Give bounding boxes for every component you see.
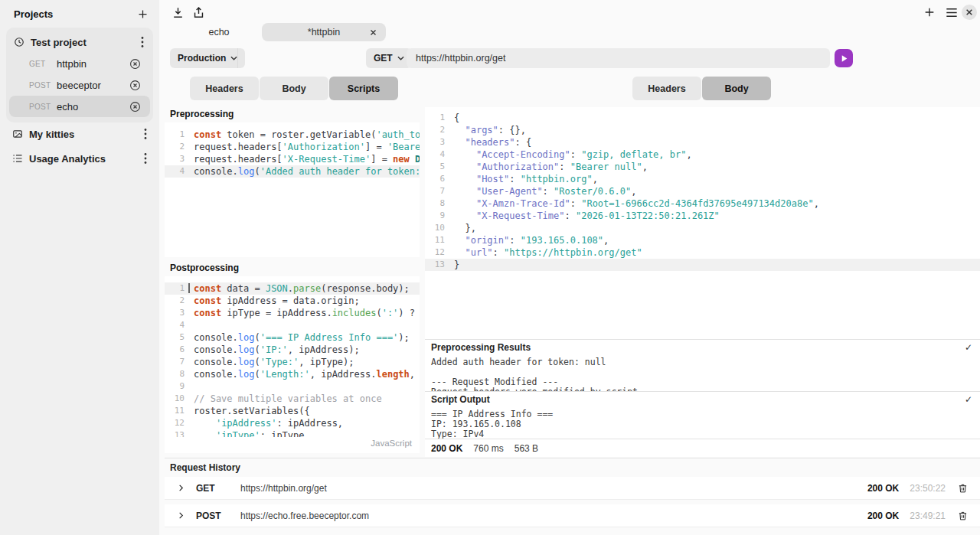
project-request-list: GEThttpbinPOSTbeeceptorPOSTecho	[6, 53, 153, 117]
code-line: 2request.headers['Authorization'] = 'Bea…	[165, 141, 420, 153]
response-tab-body[interactable]: Body	[702, 77, 771, 100]
request-tab-body[interactable]: Body	[260, 77, 328, 100]
sidebar-item-usage-analytics[interactable]: Usage Analytics	[0, 148, 159, 168]
export-button[interactable]	[191, 5, 207, 21]
remove-request-icon	[129, 58, 141, 70]
kebab-icon	[144, 128, 147, 140]
method-selector[interactable]: GET	[366, 48, 412, 68]
request-name: httpbin	[57, 58, 128, 70]
response-tab-headers[interactable]: Headers	[632, 77, 701, 100]
code-line: 3request.headers['X-Request-Time'] = new…	[165, 153, 420, 165]
remove-request-button[interactable]	[128, 99, 142, 114]
line-number: 12	[165, 417, 185, 429]
code-line: 10 },	[425, 222, 980, 234]
project-menu-button[interactable]	[139, 34, 145, 50]
line-number: 3	[165, 307, 185, 319]
project-header[interactable]: Test project	[6, 31, 153, 53]
remove-request-button[interactable]	[128, 57, 142, 71]
remove-request-button[interactable]	[128, 78, 142, 93]
delete-history-button[interactable]	[956, 509, 969, 523]
document-tab-httpbin[interactable]: *httpbin	[262, 23, 386, 41]
history-url: https://echo.free.beeceptor.com	[240, 511, 867, 521]
history-status: 200 OK	[867, 511, 899, 521]
response-size: 563 B	[514, 443, 538, 454]
play-icon	[840, 54, 848, 63]
code-line: 12 "url": "https://httpbin.org/get"	[425, 246, 980, 259]
sidebar-request-httpbin[interactable]: GEThttpbin	[9, 53, 150, 74]
request-tab-headers[interactable]: Headers	[190, 77, 259, 100]
request-name: beeceptor	[57, 80, 128, 91]
line-number: 2	[425, 124, 445, 136]
code-line: 1const data = JSON.parse(response.body);	[165, 282, 420, 295]
my-kitties-menu-button[interactable]	[142, 126, 149, 142]
code-line: 2 "args": {},	[425, 124, 980, 136]
sidebar-title: Projects	[14, 8, 53, 20]
request-history: Request History GEThttps://httpbin.org/g…	[165, 458, 980, 532]
sidebar: Projects Test project GEThttpbinPOSTbeec…	[0, 0, 159, 535]
add-project-button[interactable]	[136, 7, 150, 21]
line-number: 2	[165, 295, 185, 307]
image-icon	[12, 129, 23, 139]
sidebar-item-my-kitties[interactable]: My kitties	[0, 124, 159, 144]
remove-request-icon	[129, 101, 141, 113]
menu-button[interactable]	[944, 6, 959, 19]
line-number: 13	[165, 429, 185, 437]
kebab-icon	[141, 36, 144, 48]
success-check-icon: ✓	[965, 394, 972, 405]
request-panel-tabs: HeadersBodyScripts	[190, 77, 398, 100]
preprocessing-results-header[interactable]: Preprocessing Results ✓	[425, 339, 980, 354]
language-label: JavaScript	[371, 437, 412, 449]
chevron-down-icon	[397, 56, 404, 60]
script-output-content[interactable]: === IP Address Info === IP: 193.165.0.10…	[425, 406, 980, 439]
document-tabs: echo*httpbin	[182, 23, 386, 41]
history-row[interactable]: GEThttps://httpbin.org/get200 OK23:50:22	[165, 477, 980, 500]
postprocessing-editor[interactable]: 1const data = JSON.parse(response.body);…	[165, 276, 420, 453]
document-tab-echo[interactable]: echo	[182, 23, 256, 41]
line-number: 8	[165, 368, 185, 380]
chevron-right-icon	[177, 511, 185, 520]
response-body-viewer[interactable]: 1{2 "args": {},3 "headers": {4 "Accept-E…	[425, 107, 980, 339]
preprocessing-results-content[interactable]: Added auth header for token: null --- Re…	[425, 354, 980, 391]
code-line: 9 "X-Request-Time": "2026-01-13T22:50:21…	[425, 210, 980, 222]
url-input[interactable]	[407, 48, 830, 68]
send-button[interactable]	[835, 49, 853, 67]
sidebar-request-echo[interactable]: POSTecho	[9, 96, 150, 117]
code-line: 4 "Accept-Encoding": "gzip, deflate, br"…	[425, 148, 980, 161]
request-history-title: Request History	[165, 458, 980, 477]
delete-history-button[interactable]	[956, 481, 969, 495]
sidebar-request-beeceptor[interactable]: POSTbeeceptor	[9, 74, 150, 96]
line-number: 1	[165, 282, 185, 295]
code-line: 11roster.setVariables({	[165, 405, 420, 417]
chevron-down-icon	[230, 56, 237, 60]
close-icon	[965, 8, 973, 16]
trash-icon	[958, 511, 968, 521]
sidebar-item-label: My kitties	[29, 129, 142, 140]
line-number: 3	[425, 136, 445, 148]
code-line: 8console.log('Length:', ipAddress.length…	[165, 368, 420, 380]
expand-history-button[interactable]	[175, 482, 187, 494]
line-number: 5	[165, 331, 185, 344]
divider	[237, 48, 238, 68]
code-line: 3 "headers": {	[425, 136, 980, 148]
history-row[interactable]: POSThttps://echo.free.beeceptor.com200 O…	[165, 504, 980, 527]
remove-request-icon	[129, 80, 141, 91]
new-tab-button[interactable]	[922, 5, 937, 20]
code-line: 6 "Host": "httpbin.org",	[425, 173, 980, 185]
line-number: 9	[425, 210, 445, 222]
environment-selector[interactable]: Production	[170, 48, 245, 68]
import-button[interactable]	[170, 5, 186, 21]
download-icon	[172, 6, 185, 19]
preprocessing-editor[interactable]: 1const token = roster.getVariable('auth_…	[165, 122, 420, 257]
line-number: 7	[165, 356, 185, 368]
request-tab-scripts[interactable]: Scripts	[329, 77, 398, 100]
usage-analytics-menu-button[interactable]	[142, 151, 149, 166]
close-tab-button[interactable]	[368, 28, 378, 38]
upload-icon	[192, 6, 205, 19]
expand-history-button[interactable]	[175, 510, 187, 521]
method-tag: POST	[29, 103, 57, 111]
line-number: 10	[165, 393, 185, 405]
script-output-header[interactable]: Script Output ✓	[425, 391, 980, 406]
code-line: 6console.log('IP:', ipAddress);	[165, 344, 420, 356]
close-window-button[interactable]	[962, 5, 977, 20]
line-number: 10	[425, 222, 445, 234]
